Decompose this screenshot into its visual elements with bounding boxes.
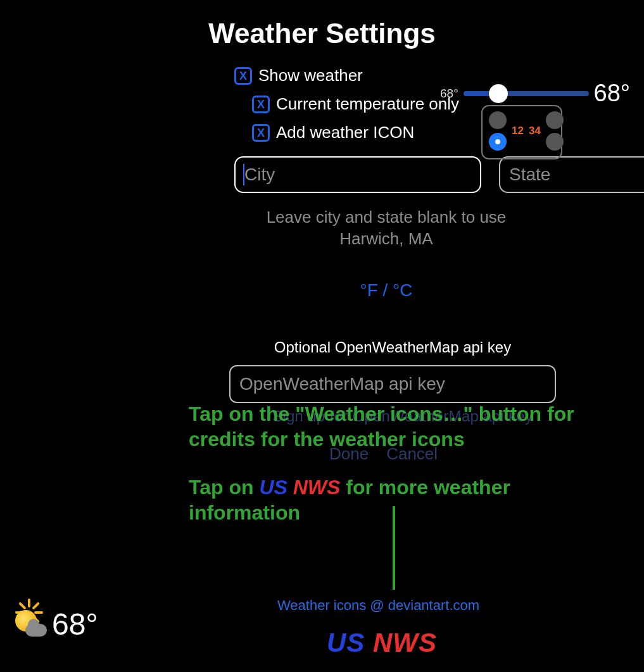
location-hint: Leave city and state blank to use Harwic…: [234, 207, 538, 250]
current-temp-only-label: Current temperature only: [276, 94, 459, 114]
weather-icons-credits-link[interactable]: Weather icons @ deviantart.com: [277, 597, 479, 614]
size-slider-min: 68°: [440, 87, 458, 101]
api-key-input[interactable]: [229, 365, 556, 403]
weather-preview: 68°: [11, 606, 98, 642]
size-slider-block: 68° 68°: [440, 80, 630, 107]
add-weather-icon-checkbox[interactable]: X: [252, 124, 270, 142]
page-title: Weather Settings: [0, 18, 644, 49]
size-slider-max: 68°: [594, 80, 630, 107]
size-slider[interactable]: [464, 91, 589, 96]
position-top-left[interactable]: [489, 111, 507, 129]
show-weather-label: Show weather: [258, 66, 363, 85]
annotation-us-nws: Tap on US NWS for more weather informati…: [189, 475, 619, 525]
preview-temp: 68°: [52, 607, 98, 642]
position-bottom-right[interactable]: [546, 133, 564, 151]
us-nws-link[interactable]: US NWS: [327, 628, 437, 658]
add-weather-icon-label: Add weather ICON: [276, 123, 414, 142]
add-weather-icon-row: X Add weather ICON: [252, 123, 622, 142]
position-picker: 12 34: [481, 105, 562, 159]
state-input[interactable]: [499, 156, 644, 193]
annotation-weather-icons: Tap on the "Weather icons…" button for c…: [189, 401, 619, 452]
size-slider-thumb[interactable]: [489, 84, 508, 103]
city-input[interactable]: [234, 156, 481, 193]
position-picker-labels: 12 34: [512, 125, 541, 137]
position-top-right[interactable]: [546, 111, 564, 129]
api-key-label: Optional OpenWeatherMap api key: [234, 339, 551, 356]
show-weather-checkbox[interactable]: X: [234, 67, 252, 85]
unit-toggle[interactable]: °F / °C: [234, 280, 538, 301]
position-bottom-left[interactable]: [489, 133, 507, 151]
annotation-arrow-icon: [393, 506, 395, 590]
current-temp-only-checkbox[interactable]: X: [252, 96, 270, 113]
partly-cloudy-icon: [11, 606, 47, 642]
